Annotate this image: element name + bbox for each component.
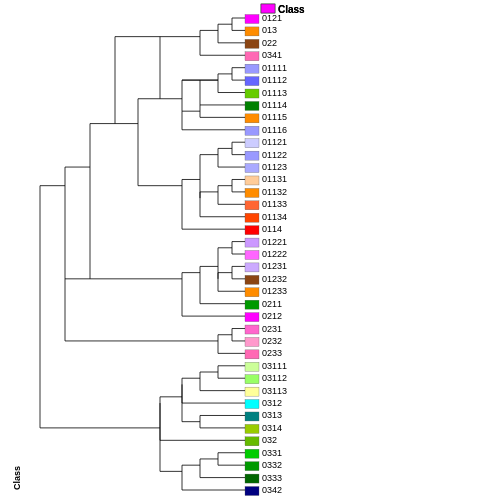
dendrogram-canvas xyxy=(0,0,504,504)
dendrogram-container xyxy=(0,0,504,504)
